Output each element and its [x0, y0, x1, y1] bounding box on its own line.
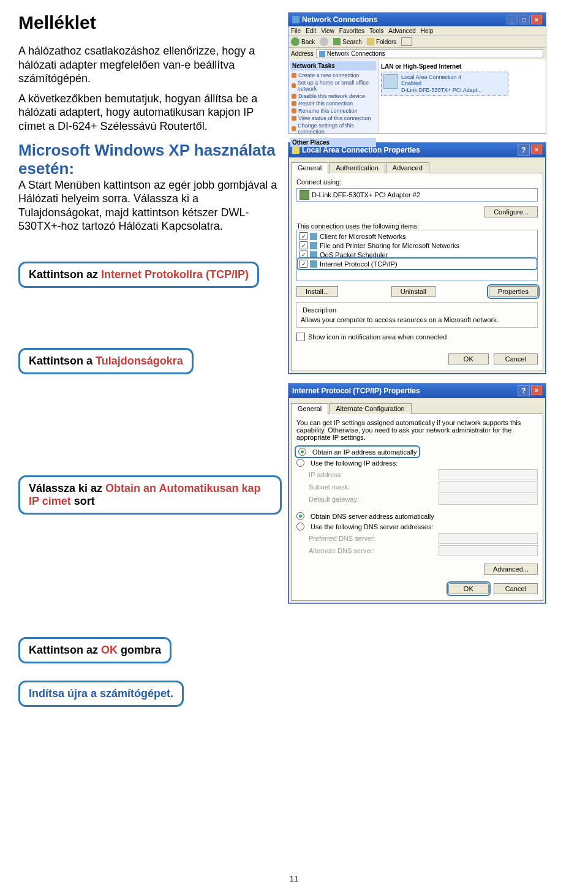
panel-general: Connect using: D-Link DFE-530TX+ PCI Ada…: [291, 173, 543, 371]
page-number: 11: [0, 874, 588, 883]
component-icon: [310, 260, 317, 268]
component-icon: [310, 242, 317, 249]
radio-icon[interactable]: [296, 523, 304, 530]
address-icon: [319, 51, 325, 57]
checkbox-icon[interactable]: [296, 333, 305, 341]
radio-icon[interactable]: [296, 459, 304, 467]
window-title: Network Connections: [302, 15, 377, 24]
menu-advanced[interactable]: Advanced: [388, 28, 415, 34]
back-button[interactable]: Back: [291, 37, 315, 46]
ok-button[interactable]: OK: [448, 353, 489, 364]
search-button[interactable]: Search: [333, 37, 362, 46]
list-item-tcpip[interactable]: ✓Internet Protocol (TCP/IP): [298, 259, 536, 268]
window-title: Internet Protocol (TCP/IP) Properties: [292, 387, 420, 395]
adapter-name: D-Link DFE-530TX+ PCI Adapter #2: [312, 191, 420, 198]
menu-edit[interactable]: Edit: [306, 28, 316, 34]
subnet-label: Subnet mask:: [309, 483, 350, 491]
radio-label: Obtain DNS server address automatically: [311, 513, 434, 520]
window-icon: [292, 16, 300, 23]
tab-general[interactable]: General: [291, 162, 328, 173]
menu-file[interactable]: File: [291, 28, 301, 34]
help-icon[interactable]: ?: [518, 385, 530, 396]
task-icon: [292, 73, 296, 78]
callout-text: sort: [71, 495, 95, 507]
close-icon[interactable]: ×: [531, 145, 542, 154]
callout-highlight: Indítsa újra a számítógépet.: [29, 687, 173, 700]
configure-button[interactable]: Configure...: [484, 206, 538, 217]
help-icon[interactable]: ?: [518, 145, 530, 156]
radio-obtain-dns-auto[interactable]: Obtain DNS server address automatically: [296, 512, 538, 520]
check-icon[interactable]: ✓: [300, 232, 307, 240]
task-item[interactable]: Disable this network device: [290, 92, 376, 100]
close-icon[interactable]: ×: [531, 15, 542, 25]
connection-device: D-Link DFE-530TX+ PCI Adapt...: [401, 87, 482, 93]
connect-using-label: Connect using:: [296, 178, 538, 186]
task-icon: [292, 83, 296, 88]
connection-item[interactable]: Local Area Connection 4 Enabled D-Link D…: [381, 72, 508, 96]
task-icon: [292, 116, 296, 121]
show-icon-option[interactable]: Show icon in notification area when conn…: [296, 333, 538, 341]
task-item[interactable]: Rename this connection: [290, 107, 376, 115]
network-connections-window: Network Connections _ □ × File Edit View…: [288, 12, 546, 134]
menubar: File Edit View Favorites Tools Advanced …: [288, 26, 546, 36]
task-label: Disable this network device: [298, 93, 365, 99]
radio-icon[interactable]: [298, 448, 306, 456]
components-list[interactable]: ✓Client for Microsoft Networks ✓File and…: [296, 230, 538, 281]
connection-group-header: LAN or High-Speed Internet: [381, 62, 543, 72]
menu-view[interactable]: View: [321, 28, 334, 34]
properties-button[interactable]: Properties: [489, 286, 538, 297]
cancel-button[interactable]: Cancel: [494, 353, 538, 364]
sidebar: Network Tasks Create a new connection Se…: [288, 59, 379, 133]
component-name: Internet Protocol (TCP/IP): [320, 260, 398, 268]
task-item[interactable]: View status of this connection: [290, 115, 376, 122]
check-icon[interactable]: ✓: [300, 251, 307, 259]
forward-icon[interactable]: [320, 37, 328, 46]
radio-use-following-ip[interactable]: Use the following IP address:: [296, 459, 538, 467]
preferred-dns-field: [439, 533, 538, 544]
task-item[interactable]: Repair this connection: [290, 100, 376, 107]
task-icon: [292, 94, 296, 99]
menu-help[interactable]: Help: [421, 28, 434, 34]
sidebar-header: Network Tasks: [290, 61, 376, 70]
folders-icon: [367, 38, 374, 45]
close-icon[interactable]: ×: [531, 385, 542, 395]
check-icon[interactable]: ✓: [300, 260, 307, 268]
address-input[interactable]: Network Connections: [316, 49, 543, 58]
radio-icon[interactable]: [296, 512, 304, 520]
task-item[interactable]: Create a new connection: [290, 72, 376, 79]
ok-button[interactable]: OK: [448, 583, 489, 594]
preferred-dns-label: Preferred DNS server:: [309, 535, 375, 542]
window-title: Local Area Connection Properties: [302, 146, 420, 154]
advanced-button[interactable]: Advanced...: [484, 564, 538, 575]
tab-alternate[interactable]: Alternate Configuration: [329, 403, 412, 414]
callout-text: gombra: [118, 644, 161, 656]
list-item[interactable]: ✓File and Printer Sharing for Microsoft …: [298, 241, 536, 250]
address-label: Address: [291, 50, 314, 57]
minimize-icon[interactable]: _: [507, 15, 518, 25]
radio-obtain-ip-auto[interactable]: Obtain an IP address automatically: [296, 447, 418, 456]
menu-tools[interactable]: Tools: [369, 28, 383, 34]
list-item[interactable]: ✓QoS Packet Scheduler: [298, 250, 536, 259]
cancel-button[interactable]: Cancel: [494, 583, 538, 594]
folders-button[interactable]: Folders: [367, 37, 396, 46]
maximize-icon[interactable]: □: [519, 15, 530, 25]
ip-label: IP address:: [309, 471, 342, 478]
task-item[interactable]: Set up a home or small office network: [290, 79, 376, 92]
uninstall-button[interactable]: Uninstall: [391, 286, 435, 297]
list-item[interactable]: ✓Client for Microsoft Networks: [298, 232, 536, 241]
views-icon[interactable]: [401, 37, 412, 46]
callout-text: Válassza ki az: [29, 482, 105, 494]
component-name: Client for Microsoft Networks: [320, 233, 406, 240]
radio-label: Obtain an IP address automatically: [312, 448, 417, 456]
tab-advanced[interactable]: Advanced: [386, 162, 429, 173]
back-icon: [291, 37, 300, 46]
callout-highlight: Tulajdonságokra: [96, 355, 183, 367]
check-icon[interactable]: ✓: [300, 241, 307, 249]
tabs: General Authentication Advanced: [291, 162, 543, 173]
install-button[interactable]: Install...: [296, 286, 338, 297]
task-item[interactable]: Change settings of this connection: [290, 122, 376, 135]
radio-use-following-dns[interactable]: Use the following DNS server addresses:: [296, 523, 538, 530]
tab-authentication[interactable]: Authentication: [329, 162, 385, 173]
tab-general[interactable]: General: [291, 403, 328, 414]
menu-favorites[interactable]: Favorites: [339, 28, 364, 34]
